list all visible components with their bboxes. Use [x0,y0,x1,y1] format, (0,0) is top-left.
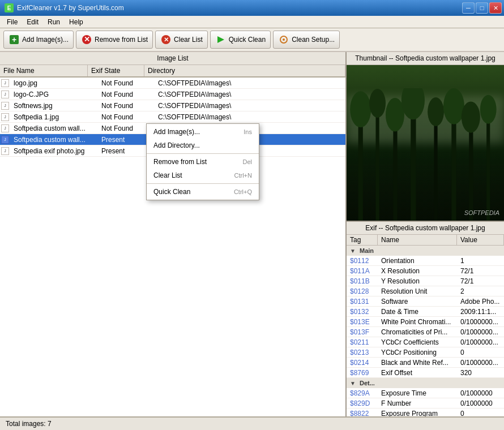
exif-table[interactable]: ▼ Main $0112 Orientation 1 $011A X Resol… [347,246,504,416]
filename-cell: logo-C.JPG [10,90,98,99]
maximize-button[interactable]: □ [476,2,488,14]
svg-point-18 [369,89,386,118]
filename-cell: Softpedia 1.jpg [10,113,98,122]
svg-text:+: + [12,35,16,44]
menu-file[interactable]: File [2,17,22,27]
thumbnail-area: Thumbnail -- Softpedia custom wallpaper … [347,52,504,222]
value-cell: 320 [457,368,504,377]
exif-row: $8822 Exposure Program 0 [347,408,504,416]
menu-run[interactable]: Run [43,17,65,27]
col-header-exif: Exif State [88,65,144,76]
filename-cell: logo.jpg [10,79,98,88]
clear-list-button[interactable]: ✕ Clear List [155,31,208,49]
exif-table-headers: Tag Name Value [347,235,504,246]
exif-section-main: ▼ Main [347,246,504,256]
svg-point-21 [428,97,444,126]
svg-point-20 [402,88,425,119]
remove-button[interactable]: ✕ Remove from List [76,31,153,49]
tag-cell: $0132 [347,307,378,316]
exif-section-det: ▼ Det... [347,378,504,388]
softpedia-watermark: SOFTPEDIA [464,209,499,216]
ctx-add-images[interactable]: Add Image(s)... Ins [147,125,259,139]
name-cell: Y Resolution [378,277,457,286]
ctx-quick-clean[interactable]: Quick Clean Ctrl+Q [147,185,259,199]
tag-cell: $011B [347,277,378,286]
menu-edit[interactable]: Edit [22,17,43,27]
file-icon: J [0,147,10,155]
value-cell: 72/1 [457,266,504,276]
quick-clean-label: Quick Clean [229,36,266,44]
status-bar: Total images: 7 [0,416,504,430]
exif-cell: Not Found [98,90,155,99]
list-item[interactable]: J Softpedia 1.jpg Not Found C:\SOFTPEDIA… [0,111,345,123]
value-cell: 72/1 [457,277,504,286]
tag-cell: $013F [347,328,378,337]
quick-clean-button[interactable]: Quick Clean [210,31,271,49]
exif-row: $011B Y Resolution 72/1 [347,276,504,286]
image-list-header: Image List [0,52,345,65]
tag-cell: $0214 [347,358,378,367]
right-panel: Thumbnail -- Softpedia custom wallpaper … [347,52,504,416]
ctx-add-directory[interactable]: Add Directory... [147,139,259,152]
value-cell: 0/1000000... [457,317,504,326]
svg-point-23 [462,102,480,133]
thumbnail-image: SOFTPEDIA [347,65,504,221]
left-panel: Image List File Name Exif State Director… [0,52,347,416]
exif-row: $0128 Resolution Unit 2 [347,286,504,296]
exif-row: $011A X Resolution 72/1 [347,266,504,276]
name-cell: Orientation [378,256,457,265]
thumbnail-header: Thumbnail -- Softpedia custom wallpaper … [347,52,504,65]
file-icon: J [0,102,10,110]
svg-rect-10 [375,101,379,221]
window-controls: ─ □ ✕ [462,2,502,14]
exif-row: $0112 Orientation 1 [347,256,504,266]
tag-cell: $0211 [347,338,378,347]
svg-text:✕: ✕ [164,36,169,43]
remove-icon: ✕ [81,34,92,45]
value-cell: 0/1000000 [457,389,504,398]
menu-help[interactable]: Help [65,17,88,27]
tag-cell: $8822 [347,409,378,417]
add-images-label: Add Image(s)... [22,36,69,44]
clean-setup-button[interactable]: Clean Setup... [273,31,340,49]
value-cell: 0/1000000... [457,338,504,347]
svg-point-17 [350,92,371,128]
dir-cell: C:\SOFTPEDIA\Images\ [155,79,345,88]
name-cell: Exposure Program [378,409,457,417]
list-item[interactable]: J Softnews.jpg Not Found C:\SOFTPEDIA\Im… [0,100,345,111]
add-images-button[interactable]: + Add Image(s)... [3,31,74,49]
svg-text:✕: ✕ [84,35,90,44]
exif-row: $829D F Number 0/1000000 [347,398,504,408]
name-cell: Chromaticities of Pri... [378,328,457,337]
close-button[interactable]: ✕ [489,2,502,14]
list-column-headers: File Name Exif State Directory [0,65,345,78]
name-cell: X Resolution [378,266,457,276]
ctx-separator-2 [147,183,259,184]
filename-cell: Softpedia custom wall... [10,124,98,133]
exif-header: Exif -- Softpedia custom wallpaper 1.jpg [347,222,504,235]
exif-row: $829A Exposure Time 0/1000000 [347,388,504,398]
list-item[interactable]: J logo.jpg Not Found C:\SOFTPEDIA\Images… [0,78,345,89]
dir-cell: C:\SOFTPEDIA\Images\ [155,90,345,99]
ctx-remove-from-list[interactable]: Remove from List Del [147,155,259,169]
value-cell: 2009:11:1... [457,307,504,316]
file-icon: J [0,124,10,132]
list-item[interactable]: J logo-C.JPG Not Found C:\SOFTPEDIA\Imag… [0,89,345,100]
name-cell: Exposure Time [378,389,457,398]
status-text: Total images: 7 [6,420,52,428]
ctx-clear-list[interactable]: Clear List Ctrl+N [147,169,259,182]
main-content: Image List File Name Exif State Director… [0,52,504,416]
value-cell: 0/1000000... [457,358,504,367]
clear-icon: ✕ [160,34,172,45]
context-menu: Add Image(s)... Ins Add Directory... Rem… [146,123,259,200]
tag-cell: $013E [347,317,378,326]
name-cell: Software [378,297,457,306]
exif-row: $013F Chromaticities of Pri... 0/1000000… [347,327,504,337]
minimize-button[interactable]: ─ [462,2,475,14]
col-header-dir: Directory [144,65,345,76]
tag-cell: $0128 [347,287,378,296]
exif-area: Exif -- Softpedia custom wallpaper 1.jpg… [347,222,504,416]
name-cell: Exif Offset [378,368,457,377]
exif-row: $0214 Black and White Ref... 0/1000000..… [347,358,504,368]
tag-cell: $829D [347,399,378,408]
